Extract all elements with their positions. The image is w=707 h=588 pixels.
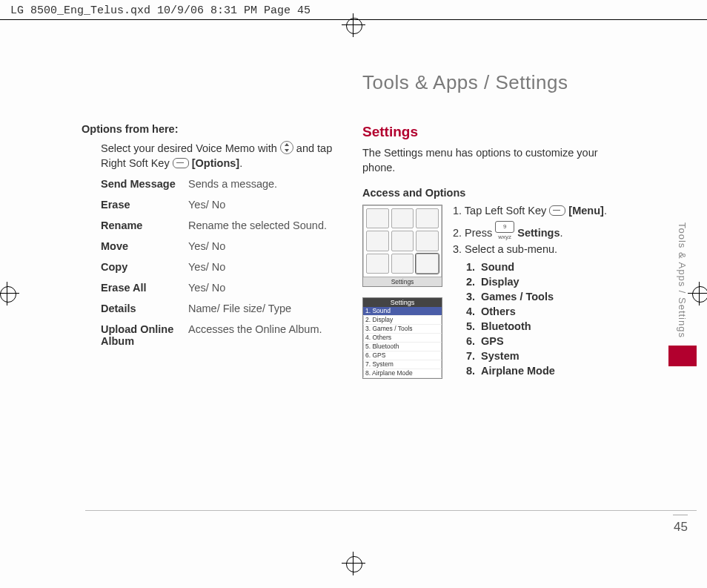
option-desc: Yes/ No [188,240,334,252]
submenu-item: 3.Games / Tools [466,291,615,303]
submenu-label: Sound [481,261,514,273]
screenshot-list-item: 3. Games / Tools [363,325,442,334]
option-name: Erase [101,199,188,211]
screenshot-list-item: 7. System [363,360,442,369]
screenshot-menu-grid: Settings [362,205,442,287]
option-desc: Name/ File size/ Type [188,303,334,314]
submenu-label: Display [481,276,520,288]
step-3: 3. Select a sub-menu. [453,243,615,255]
options-table: Send Message Sends a message. Erase Yes/… [82,178,334,347]
softkey-icon [173,158,189,168]
print-header: LG 8500_Eng_Telus.qxd 10/9/06 8:31 PM Pa… [10,4,311,17]
text: 1. Tap Left Soft Key [453,205,549,217]
screenshot-list-item: 5. Bluetooth [363,343,442,351]
submenu-label: Airplane Mode [481,365,555,377]
options-label: [Options] [192,157,239,169]
registration-mark-top [342,13,365,37]
option-name: Upload Online Album [101,323,188,347]
option-desc: Yes/ No [188,282,334,294]
submenu-label: System [481,350,520,362]
menu-label: [Menu] [568,205,604,217]
text: 2. Press [453,227,495,239]
submenu-label: GPS [481,335,504,347]
option-name: Erase All [101,282,188,294]
nav-wheel-icon [280,141,293,154]
footer-rule [85,510,697,511]
option-desc: Sends a message. [188,178,334,190]
right-column: Tools & Apps / Settings Settings The Set… [362,71,615,380]
access-heading: Access and Options [362,187,615,199]
screenshot-list-item: 6. GPS [363,351,442,360]
screenshot-settings-list: Settings 1. Sound 2. Display 3. Games / … [362,297,442,379]
access-row: Settings Settings 1. Sound 2. Display 3.… [362,205,615,380]
settings-heading: Settings [362,124,615,140]
left-column: Options from here: Select your desired V… [82,71,334,380]
submenu-label: Others [481,305,516,317]
settings-label: Settings [517,227,560,239]
option-desc: Yes/ No [188,199,334,211]
submenu-label: Bluetooth [481,320,531,332]
registration-mark-left [0,282,19,305]
submenu-item: 4.Others [466,305,615,317]
softkey-icon [549,205,565,216]
options-intro: Select your desired Voice Memo with and … [82,141,334,171]
screenshot-list-item: 1. Sound [363,307,442,316]
option-name: Details [101,303,188,314]
option-desc: Accesses the Online Album. [188,323,334,347]
page-number: 45 [673,515,688,535]
option-name: Rename [101,219,188,231]
submenu-item: 2.Display [466,276,615,288]
option-name: Send Message [101,178,188,190]
screenshot-list-item: 4. Others [363,334,442,343]
settings-intro: The Settings menu has options to customi… [362,146,615,175]
registration-mark-bottom [342,552,365,575]
screenshot-list-item: 2. Display [363,316,442,325]
registration-mark-right [688,282,707,305]
page-title: Tools & Apps / Settings [362,71,615,94]
text: . [604,205,607,217]
option-desc: Yes/ No [188,261,334,273]
screenshots: Settings Settings 1. Sound 2. Display 3.… [362,205,444,380]
option-desc: Rename the selected Sound. [188,219,334,231]
text: . [560,227,562,239]
submenu-item: 7.System [466,350,615,362]
submenu-item: 5.Bluetooth [466,320,615,332]
step-1: 1. Tap Left Soft Key [Menu]. [453,205,615,217]
side-tab-marker [668,346,697,366]
option-name: Move [101,240,188,252]
text: . [239,157,242,169]
submenu-list: 1.Sound 2.Display 3.Games / Tools 4.Othe… [466,261,615,377]
screenshot-title: Settings [363,298,442,307]
page-content: Options from here: Select your desired V… [82,71,615,380]
screenshot-label: Settings [363,277,442,286]
screenshot-list-item: 8. Airplane Mode [363,369,442,378]
option-name: Copy [101,261,188,273]
steps: 1. Tap Left Soft Key [Menu]. 2. Press 9 … [453,205,615,380]
submenu-item: 6.GPS [466,335,615,347]
submenu-item: 1.Sound [466,261,615,273]
submenu-item: 8.Airplane Mode [466,365,615,377]
submenu-label: Games / Tools [481,291,554,303]
text: Select your desired Voice Memo with [101,142,280,154]
keypad-9-icon: 9 wxyz [495,221,514,233]
step-2: 2. Press 9 wxyz Settings. [453,221,615,239]
options-heading: Options from here: [82,123,334,135]
side-tab-label: Tools & Apps / Settings [677,222,688,338]
